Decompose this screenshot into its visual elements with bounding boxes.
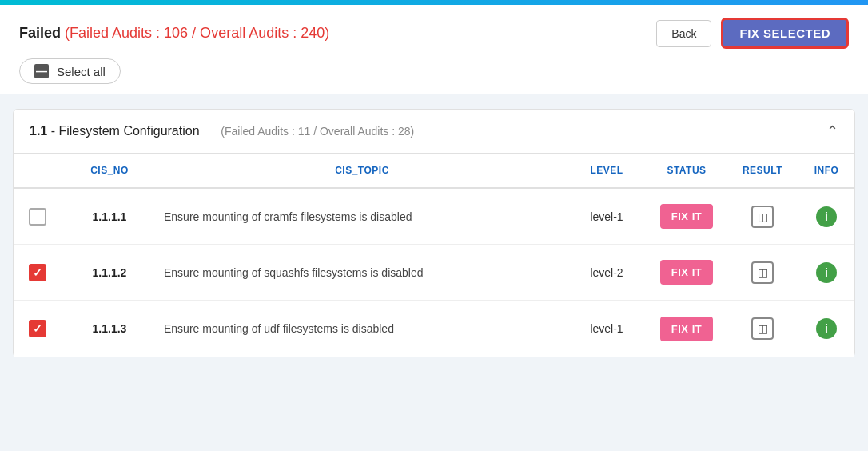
fix-selected-button[interactable]: FIX SELECTED	[721, 18, 849, 49]
row-2-level: level-2	[567, 260, 647, 285]
row-2-cis-no: 1.1.1.2	[62, 260, 157, 285]
row-2-topic: Ensure mounting of squashfs filesystems …	[157, 260, 567, 285]
row-1-fix-it-button[interactable]: FIX IT	[660, 204, 713, 229]
section-title-group: 1.1 - Filesystem Configuration (Failed A…	[30, 124, 414, 138]
failed-counts: (Failed Audits : 106 / Overall Audits : …	[65, 25, 329, 41]
row-3-result-icon: ◫	[751, 317, 774, 340]
select-all-row: — Select all	[19, 58, 849, 84]
row-2-result: ◫	[727, 255, 798, 290]
col-result: RESULT	[727, 162, 798, 179]
row-1-status: FIX IT	[647, 198, 727, 235]
row-1-topic: Ensure mounting of cramfs filesystems is…	[157, 204, 567, 229]
col-cis-topic: CIS_TOPIC	[157, 162, 567, 179]
row-1-level: level-1	[567, 204, 647, 229]
col-level: LEVEL	[567, 162, 647, 179]
row-3-checkbox[interactable]: ✓	[29, 320, 46, 337]
row-2-status: FIX IT	[647, 253, 727, 291]
back-button[interactable]: Back	[656, 20, 711, 47]
row-2-fix-it-button[interactable]: FIX IT	[660, 260, 713, 285]
header-row: Failed (Failed Audits : 106 / Overall Au…	[19, 18, 849, 49]
table-header: CIS_NO CIS_TOPIC LEVEL STATUS RESULT INF…	[14, 154, 854, 189]
row-1-cis-no: 1.1.1.1	[62, 204, 157, 229]
row-3-status: FIX IT	[647, 310, 727, 348]
table-row: ✓ 1.1.1.2 Ensure mounting of squashfs fi…	[14, 245, 854, 301]
row-3-fix-it-button[interactable]: FIX IT	[660, 317, 713, 341]
col-cis-no: CIS_NO	[62, 162, 157, 179]
failed-label: Failed	[19, 25, 61, 41]
table-container: CIS_NO CIS_TOPIC LEVEL STATUS RESULT INF…	[14, 154, 854, 357]
table-row: ✓ 1.1.1.3 Ensure mounting of udf filesys…	[14, 301, 854, 357]
section-counts: (Failed Audits : 11 / Overall Audits : 2…	[221, 125, 414, 138]
row-2-info-icon[interactable]: i	[816, 262, 837, 283]
row-3-cis-no: 1.1.1.3	[62, 316, 157, 341]
collapse-icon[interactable]: ⌃	[826, 122, 838, 140]
row-2-info: i	[798, 256, 854, 289]
row-1-result-icon: ◫	[751, 206, 774, 228]
section-number: 1.1	[30, 124, 47, 138]
select-all-label: Select all	[57, 65, 106, 78]
page-title: Failed (Failed Audits : 106 / Overall Au…	[19, 25, 329, 42]
row-1-checkbox-cell	[14, 202, 62, 232]
section-title: 1.1 - Filesystem Configuration (Failed A…	[30, 124, 414, 138]
row-1-info-icon[interactable]: i	[816, 206, 837, 227]
col-status: STATUS	[647, 162, 727, 179]
select-all-icon: —	[34, 64, 49, 78]
col-checkbox	[14, 162, 62, 179]
select-all-button[interactable]: — Select all	[19, 58, 121, 84]
row-1-checkbox[interactable]	[29, 208, 46, 226]
row-3-info-icon[interactable]: i	[816, 318, 837, 339]
header-actions: Back FIX SELECTED	[656, 18, 849, 49]
row-1-result: ◫	[727, 199, 798, 234]
row-1-info: i	[798, 200, 854, 233]
row-3-topic: Ensure mounting of udf filesystems is di…	[157, 316, 567, 341]
row-3-result: ◫	[727, 311, 798, 346]
row-2-result-icon: ◫	[751, 261, 774, 284]
row-3-checkbox-cell: ✓	[14, 313, 62, 344]
section-container: 1.1 - Filesystem Configuration (Failed A…	[13, 109, 855, 357]
row-3-level: level-1	[567, 316, 647, 341]
table-row: 1.1.1.1 Ensure mounting of cramfs filesy…	[14, 189, 854, 245]
section-name: Filesystem Configuration	[58, 124, 199, 138]
section-header: 1.1 - Filesystem Configuration (Failed A…	[14, 110, 854, 154]
col-info: INFO	[798, 162, 854, 179]
row-2-checkbox[interactable]: ✓	[29, 264, 46, 281]
row-2-checkbox-cell: ✓	[14, 257, 62, 288]
row-3-info: i	[798, 312, 854, 345]
header-section: Failed (Failed Audits : 106 / Overall Au…	[0, 5, 868, 94]
